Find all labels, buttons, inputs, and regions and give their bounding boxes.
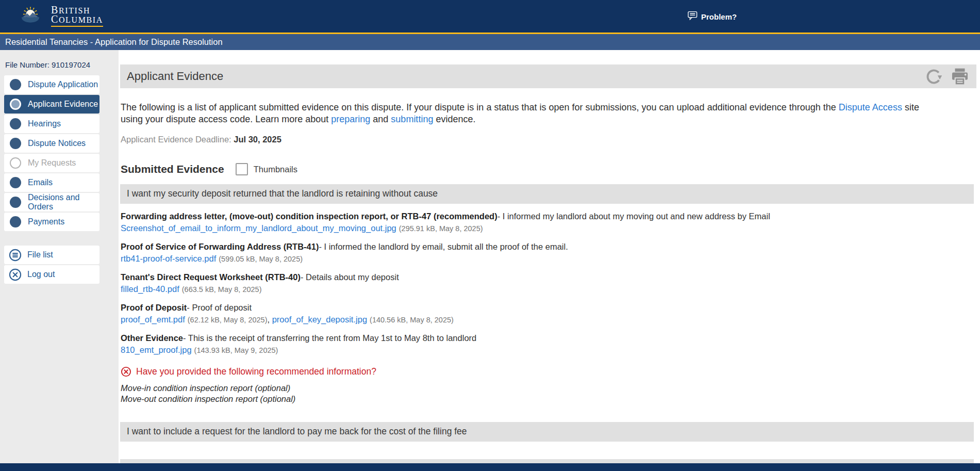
evidence-description: - Details about my deposit (301, 272, 399, 282)
sidebar-item-label: Dispute Application (28, 80, 98, 89)
evidence-title: Proof of Deposit (121, 303, 187, 312)
logo-line-1: British (51, 6, 103, 15)
warning-icon (121, 366, 131, 377)
file-link[interactable]: 810_emt_proof.jpg (121, 345, 192, 354)
dispute-access-link[interactable]: Dispute Access (839, 102, 902, 112)
evidence-item: Proof of Deposit- Proof of depositproof_… (121, 302, 976, 326)
sidebar-item-label: Payments (28, 217, 64, 226)
section-header: I want my security deposit returned that… (120, 184, 974, 204)
submitting-link[interactable]: submitting (391, 114, 433, 124)
problem-label: Problem? (701, 12, 737, 21)
app-root: British Columbia Problem? Residential Te… (0, 0, 980, 471)
evidence-files: 810_emt_proof.jpg(143.93 kB, May 9, 2025… (121, 345, 976, 356)
recommended-warning: Have you provided the following recommen… (121, 366, 976, 377)
panel-actions (925, 68, 970, 86)
file-separator: , (268, 315, 272, 324)
bc-logo-wordmark: British Columbia (51, 6, 103, 27)
refresh-icon[interactable] (925, 68, 942, 85)
sidebar-item-dispute-notices[interactable]: Dispute Notices (4, 134, 99, 153)
evidence-files: filled_rtb-40.pdf(663.5 kB, May 8, 2025) (121, 284, 976, 295)
section-header: Other supporting information (120, 459, 974, 463)
nav-bullet-icon (10, 138, 21, 149)
sidebar-item-label: My Requests (28, 158, 76, 168)
warning-note: Move-in condition inspection report (opt… (121, 383, 976, 394)
sidebar-item-emails[interactable]: Emails (4, 173, 99, 192)
sidebar-item-log-out[interactable]: Log out (4, 265, 99, 284)
sidebar-item-file-list[interactable]: File list (4, 246, 99, 264)
file-link[interactable]: proof_of_key_deposit.jpg (272, 315, 367, 324)
file-list-icon (9, 249, 22, 262)
evidence-title: Proof of Service of Forwarding Address (… (121, 242, 319, 251)
nav-bullet-icon (10, 216, 21, 228)
sidebar-item-applicant-evidence[interactable]: Applicant Evidence (4, 95, 99, 113)
file-meta: (140.56 kB, May 8, 2025) (370, 316, 454, 324)
thumbnails-label: Thumbnails (254, 165, 297, 174)
evidence-section: I want my security deposit returned that… (120, 184, 976, 404)
evidence-sections: I want my security deposit returned that… (120, 184, 976, 463)
nav-bullet-icon (10, 79, 21, 90)
deadline-label: Applicant Evidence Deadline: (121, 135, 231, 144)
footer-bar (0, 463, 980, 471)
sidebar-item-my-requests[interactable]: My Requests (4, 154, 99, 172)
sidebar-item-label: Log out (27, 270, 55, 279)
main-panel: Applicant Evidence (119, 50, 980, 463)
evidence-item: Proof of Service of Forwarding Address (… (121, 241, 976, 265)
nav-bullet-icon (10, 197, 21, 208)
application-title: Residential Tenancies - Application for … (5, 37, 223, 47)
evidence-item: Tenant's Direct Request Worksheet (RTB-4… (121, 272, 976, 295)
evidence-description: - I informed the landlord by email, subm… (319, 242, 568, 251)
evidence-item: Forwarding address letter, (move-out) co… (121, 211, 976, 234)
page-title: Applicant Evidence (127, 70, 223, 83)
sidebar-item-label: Hearings (28, 119, 61, 128)
sidebar: File Number: 910197024 Dispute Applicati… (0, 50, 103, 463)
section-header: I want to include a request for the land… (120, 422, 974, 442)
sidebar-nav: Dispute Application Applicant Evidence H… (4, 75, 103, 231)
evidence-files: proof_of_emt.pdf(62.12 kB, May 8, 2025),… (121, 314, 976, 326)
deadline-value: Jul 30, 2025 (234, 135, 281, 144)
file-meta: (143.93 kB, May 9, 2025) (194, 346, 278, 354)
file-link[interactable]: filled_rtb-40.pdf (121, 284, 179, 294)
problem-chat-icon (688, 11, 697, 22)
preparing-link[interactable]: preparing (331, 114, 370, 124)
application-titlebar: Residential Tenancies - Application for … (0, 34, 980, 50)
sidebar-item-label: Decisions and Orders (28, 193, 99, 212)
nav-bullet-icon (10, 157, 21, 169)
gov-header: British Columbia Problem? (0, 0, 980, 33)
sidebar-footer: File list Log out (4, 246, 103, 284)
file-number: File Number: 910197024 (5, 60, 103, 69)
sidebar-item-payments[interactable]: Payments (4, 213, 99, 231)
sidebar-item-label: Dispute Notices (28, 139, 86, 148)
content-area: File Number: 910197024 Dispute Applicati… (0, 50, 980, 463)
file-meta: (295.91 kB, May 8, 2025) (399, 224, 483, 233)
file-link[interactable]: rtb41-proof-of-service.pdf (121, 254, 216, 263)
file-meta: (62.12 kB, May 8, 2025) (188, 316, 268, 324)
intro-paragraph: The following is a list of applicant sub… (121, 102, 966, 125)
sidebar-item-hearings[interactable]: Hearings (4, 115, 99, 133)
thumbnails-checkbox[interactable] (236, 163, 248, 175)
panel-header: Applicant Evidence (120, 64, 976, 88)
nav-bullet-icon (10, 99, 21, 110)
evidence-files: Screenshot_of_email_to_inform_my_landlor… (121, 223, 976, 234)
evidence-item: Other Evidence- This is the receipt of t… (121, 333, 976, 356)
nav-bullet-icon (10, 177, 21, 188)
warning-note: Move-out condition inspection report (op… (121, 394, 976, 404)
problem-link[interactable]: Problem? (688, 11, 737, 22)
sidebar-item-decisions-and-orders[interactable]: Decisions and Orders (4, 193, 99, 212)
file-link[interactable]: proof_of_emt.pdf (121, 315, 185, 324)
sidebar-item-dispute-application[interactable]: Dispute Application (4, 75, 99, 94)
nav-bullet-icon (10, 118, 21, 129)
evidence-description: - Proof of deposit (187, 303, 252, 312)
logout-icon (9, 268, 22, 281)
print-icon[interactable] (950, 68, 970, 86)
sidebar-item-label: Applicant Evidence (28, 100, 98, 109)
evidence-section: I want to include a request for the land… (120, 422, 976, 442)
evidence-description: - I informed my landlord about my moving… (497, 212, 770, 221)
file-meta: (663.5 kB, May 8, 2025) (182, 285, 262, 294)
logo-line-2: Columbia (51, 15, 103, 27)
file-link[interactable]: Screenshot_of_email_to_inform_my_landlor… (121, 223, 396, 233)
warning-text: Have you provided the following recommen… (136, 366, 376, 377)
bc-logo[interactable]: British Columbia (15, 5, 103, 28)
evidence-title: Tenant's Direct Request Worksheet (RTB-4… (121, 272, 301, 282)
evidence-section: Other supporting informationTenancy Agre… (120, 459, 976, 463)
evidence-files: rtb41-proof-of-service.pdf(599.05 kB, Ma… (121, 253, 976, 265)
